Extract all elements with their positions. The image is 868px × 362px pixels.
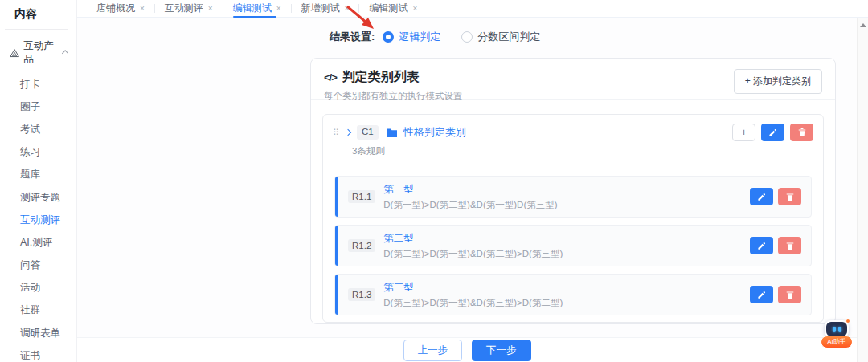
delete-rule-button[interactable] [778,237,801,254]
radio-score-range-judgment[interactable]: 分数区间判定 [461,30,540,44]
category-code-badge: C1 [357,125,379,140]
scrollbar-track[interactable] [857,18,868,362]
rules-list: R1.1 第一型 D(第一型)>D(第二型)&D(第一型)D(第三型) R1.2… [323,157,823,315]
sidebar-item-daka[interactable]: 打卡 [0,73,76,96]
tab-separator [291,4,292,13]
sidebar-item-shequn[interactable]: 社群 [0,299,76,322]
radio-unselected-icon[interactable] [461,31,473,43]
category-group: ⠿ C1 性格判定类别 + 3条规则 [322,114,824,323]
chevron-right-icon[interactable] [345,129,351,136]
tab-edit-test-2[interactable]: 编辑测试× [362,0,424,18]
add-rule-button[interactable]: + [732,124,755,141]
tab-bar: 店铺概况× 互动测评× 编辑测试× 新增测试× 编辑测试× [77,0,868,18]
delete-rule-button[interactable] [778,188,801,205]
edit-rule-button[interactable] [750,237,773,254]
sidebar-item-wenda[interactable]: 问答 [0,254,76,277]
sidebar-item-tiku[interactable]: 题库 [0,164,76,186]
ai-assistant-badge: AI助手 [821,336,853,348]
edit-category-button[interactable] [761,124,784,141]
rule-name-link[interactable]: 第二型 [383,232,563,246]
rule-code-badge: R1.3 [348,288,375,301]
edit-rule-button[interactable] [750,188,773,205]
wizard-footer: 上一步 下一步 [77,337,857,362]
sidebar-item-ai-ceping[interactable]: AI.测评 [0,231,76,254]
tab-interactive-assessment[interactable]: 互动测评× [158,0,219,18]
rule-row: R1.3 第三型 D(第三型)>D(第一型)&D(第三型)>D(第二型) [334,274,812,315]
rule-name-link[interactable]: 第一型 [383,183,557,197]
robot-eye-icon [833,327,836,332]
tab-separator [358,4,359,13]
sidebar-title: 内容 [0,0,76,22]
next-step-button[interactable]: 下一步 [472,340,531,361]
sidebar-group-label: 互动产品 [23,39,58,67]
sidebar: 内容 互动产品 打卡 圈子 考试 练习 题库 测评专题 互动测评 AI.测评 问… [0,0,77,362]
tab-separator [154,4,155,13]
tab-separator [223,4,223,13]
judgment-category-card: </> 判定类别列表 每个类别都有独立的执行模式设置 + 添加判定类别 ⠿ C1… [310,58,836,324]
page: 内容 互动产品 打卡 圈子 考试 练习 题库 测评专题 互动测评 AI.测评 问… [0,0,868,362]
delete-category-button[interactable] [790,124,813,141]
sidebar-item-quanzi[interactable]: 圈子 [0,96,76,118]
card-subtitle: 每个类别都有独立的执行模式设置 [324,90,463,102]
rule-row: R1.2 第二型 D(第二型)>D(第一型)&D(第二型)>D(第三型) [334,225,812,266]
rule-formula: D(第三型)>D(第一型)&D(第三型)>D(第二型) [383,297,563,309]
rule-formula: D(第二型)>D(第一型)&D(第二型)>D(第三型) [383,248,563,260]
robot-eye-icon [838,327,841,332]
code-icon: </> [324,71,337,83]
rule-count-label: 3条规则 [352,145,823,157]
pencil-icon [757,242,766,250]
card-header: </> 判定类别列表 每个类别都有独立的执行模式设置 + 添加判定类别 [311,59,835,98]
triangle-products-icon [10,48,19,58]
close-icon[interactable]: × [140,4,145,13]
card-title: 判定类别列表 [342,69,420,86]
sidebar-group-interactive-products[interactable]: 互动产品 [0,33,76,73]
sidebar-item-hudong-ceping[interactable]: 互动测评 [0,209,76,231]
chevron-up-icon [61,50,68,56]
tab-shop-overview[interactable]: 店铺概况× [90,0,151,18]
edit-rule-button[interactable] [750,286,773,303]
tab-edit-test-active[interactable]: 编辑测试× [227,0,288,18]
result-setting-label: 结果设置: [330,30,375,44]
pencil-icon [757,291,766,299]
rule-formula: D(第一型)>D(第二型)&D(第一型)D(第三型) [383,199,557,211]
pencil-icon [757,193,766,201]
sidebar-item-zhengshu[interactable]: 证书 [0,344,76,362]
rule-row: R1.1 第一型 D(第一型)>D(第二型)&D(第一型)D(第三型) [334,176,812,218]
tab-new-test[interactable]: 新增测试× [295,0,356,18]
category-name-link[interactable]: 性格判定类别 [403,125,466,140]
rule-name-link[interactable]: 第三型 [383,281,563,295]
sidebar-divider [5,29,68,30]
ai-assistant-widget[interactable]: AI助手 [818,320,855,348]
rule-code-badge: R1.2 [348,239,375,252]
notification-dot [845,319,850,323]
category-group-header: ⠿ C1 性格判定类别 + [323,115,823,141]
folder-icon [386,128,398,138]
trash-icon [786,241,794,250]
sidebar-item-ceping-zhuanti[interactable]: 测评专题 [0,186,76,209]
trash-icon [786,290,794,299]
previous-step-button[interactable]: 上一步 [403,340,463,361]
add-judgment-category-button[interactable]: + 添加判定类别 [734,69,822,94]
trash-icon [798,128,806,137]
sidebar-item-kaoshi[interactable]: 考试 [0,118,76,140]
close-icon[interactable]: × [345,4,350,13]
rule-code-badge: R1.1 [348,190,375,203]
trash-icon [786,192,794,201]
scrollbar-up-arrow-icon[interactable] [860,23,866,27]
radio-logic-judgment[interactable]: 逻辑判定 [383,30,461,44]
radio-selected-icon[interactable] [383,31,394,43]
close-icon[interactable]: × [276,4,281,13]
drag-handle-icon[interactable]: ⠿ [333,128,338,137]
delete-rule-button[interactable] [778,286,801,303]
pencil-icon [768,128,777,137]
result-setting-row: 结果设置: 逻辑判定 分数区间判定 [330,30,540,44]
sidebar-item-diaoyan-biaodan[interactable]: 调研表单 [0,322,76,344]
close-icon[interactable]: × [208,4,213,13]
close-icon[interactable]: × [412,4,417,13]
sidebar-item-huodong[interactable]: 活动 [0,277,76,299]
sidebar-item-lianxi[interactable]: 练习 [0,141,76,164]
